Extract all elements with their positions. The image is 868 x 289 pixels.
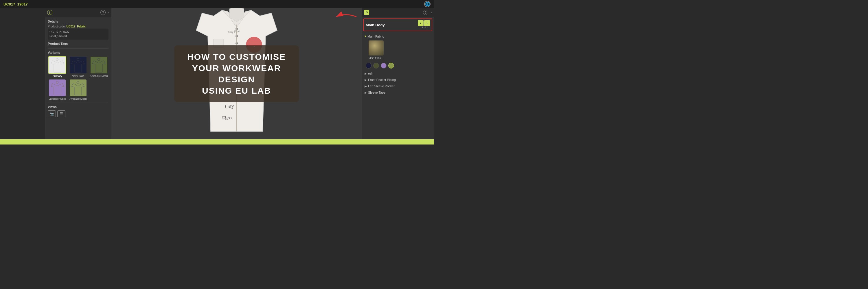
views-section: Views 📷 ☰ bbox=[48, 105, 108, 117]
center-garment-area: ★ Guy Fieri Guy Fieri HOW TO CUSTOMISE Y… bbox=[112, 8, 362, 139]
svg-point-1 bbox=[77, 59, 79, 61]
expandable-sleeve-tape[interactable]: ▶ Sleeve Tape bbox=[362, 89, 434, 96]
variant-name-block: UC017-BLACKFinal_Shared bbox=[48, 29, 108, 40]
views-label: Views bbox=[48, 105, 108, 109]
expand-arrow-left-sleeve: ▶ bbox=[365, 85, 367, 88]
globe-icon[interactable]: 🌐 bbox=[424, 1, 431, 7]
right-panel-header: ⧉ ? › bbox=[362, 8, 434, 17]
swatch-avocado-selected[interactable] bbox=[388, 63, 394, 69]
left-panel-header: ℹ ? ‹ bbox=[45, 8, 112, 17]
expandable-front-pocket[interactable]: ▶ Front Pocket Piping bbox=[362, 77, 434, 83]
variants-label: Variants bbox=[48, 51, 108, 54]
variant-label-lavender: Lavender Solid bbox=[49, 97, 66, 100]
fabric-name-label: Main Fabri... bbox=[369, 57, 383, 60]
main-fabric-label: Main Fabric bbox=[368, 35, 384, 38]
variant-label-primary: Primary bbox=[53, 75, 62, 77]
list-view-btn[interactable]: ☰ bbox=[57, 110, 65, 117]
collapse-arrow[interactable]: ‹ bbox=[108, 10, 109, 14]
overlay-line2: YOUR WORKWEAR DESIGN bbox=[183, 63, 290, 85]
variant-thumb-lavender[interactable] bbox=[48, 79, 66, 97]
right-expand-arrow[interactable]: › bbox=[431, 10, 432, 14]
front-pocket-label: Front Pocket Piping bbox=[368, 78, 396, 81]
top-bar: UC017_19017 🌐 bbox=[0, 0, 434, 8]
expandable-mesh[interactable]: ▶ esh bbox=[362, 70, 434, 77]
variant-thumb-artichoke[interactable] bbox=[90, 56, 108, 74]
swatch-olive[interactable] bbox=[373, 63, 379, 69]
main-body-title: Main Body bbox=[366, 23, 385, 27]
left-panel: ℹ ? ‹ Details Product code: UC017_Fabric… bbox=[45, 8, 112, 139]
svg-point-4 bbox=[77, 81, 79, 83]
variant-thumb-primary[interactable] bbox=[48, 56, 66, 74]
right-question-icon[interactable]: ? bbox=[423, 10, 428, 15]
layers-icon: ⧉ bbox=[364, 10, 369, 15]
variant-lavender[interactable]: Lavender Solid bbox=[48, 79, 67, 100]
main-body-counter: 1 of 4 bbox=[422, 26, 428, 29]
overlay-banner: HOW TO CUSTOMISE YOUR WORKWEAR DESIGN US… bbox=[174, 45, 299, 102]
svg-point-0 bbox=[56, 59, 58, 61]
swatch-navy[interactable] bbox=[366, 63, 372, 69]
variants-grid: Primary Navy Solid bbox=[48, 56, 108, 100]
bottom-bar bbox=[0, 139, 434, 145]
overlay-line3: USING EU LAB bbox=[183, 85, 290, 96]
views-icons: 📷 ☰ bbox=[48, 110, 108, 117]
variant-navy[interactable]: Navy Solid bbox=[69, 56, 88, 77]
main-body-section: Main Body ‹ › 1 of 4 bbox=[363, 19, 432, 31]
fabric-thumbnail[interactable] bbox=[369, 40, 384, 56]
variants-section: Variants Primary bbox=[48, 51, 108, 100]
variant-avocado[interactable]: Avocado Mesh bbox=[69, 79, 88, 100]
info-icon[interactable]: ℹ bbox=[47, 10, 52, 15]
variant-label-artichoke: Artichoke Mesh bbox=[90, 75, 108, 77]
question-icon[interactable]: ? bbox=[100, 10, 105, 15]
swatch-lavender[interactable] bbox=[381, 63, 386, 69]
overlay-text: HOW TO CUSTOMISE YOUR WORKWEAR DESIGN US… bbox=[183, 51, 290, 96]
variant-artichoke[interactable]: Artichoke Mesh bbox=[89, 56, 108, 77]
next-button[interactable]: › bbox=[424, 20, 430, 26]
svg-text:Guy: Guy bbox=[224, 103, 234, 110]
product-tags-label: Product Tags bbox=[48, 42, 108, 45]
camera-view-btn[interactable]: 📷 bbox=[48, 110, 56, 117]
fabric-thumb-area[interactable]: Main Fabri... bbox=[369, 40, 431, 60]
mesh-label: esh bbox=[368, 72, 373, 75]
fabric-arrow: ▾ bbox=[365, 34, 366, 38]
expand-arrow-mesh: ▶ bbox=[365, 72, 367, 75]
details-label: Details bbox=[48, 20, 108, 23]
product-id: UC017_19017 bbox=[3, 2, 28, 6]
expandable-left-sleeve[interactable]: ▶ Left Sleeve Pocket bbox=[362, 83, 434, 89]
left-sleeve-label: Left Sleeve Pocket bbox=[368, 84, 395, 88]
variant-label-navy: Navy Solid bbox=[72, 75, 84, 77]
product-code-value: UC017_Fabric bbox=[66, 25, 86, 28]
sleeve-tape-label: Sleeve Tape bbox=[368, 91, 385, 94]
main-fabric-section: ▾ Main Fabric Main Fabri... bbox=[362, 33, 434, 61]
prev-button[interactable]: ‹ bbox=[418, 20, 424, 26]
svg-point-3 bbox=[56, 81, 58, 83]
variant-thumb-navy[interactable] bbox=[69, 56, 87, 74]
variant-label-avocado: Avocado Mesh bbox=[69, 97, 87, 100]
svg-text:Fieri: Fieri bbox=[222, 114, 232, 121]
main-fabric-header[interactable]: ▾ Main Fabric bbox=[365, 34, 431, 38]
variant-thumb-avocado[interactable] bbox=[69, 79, 87, 97]
overlay-line1: HOW TO CUSTOMISE bbox=[183, 51, 290, 63]
expand-arrow-sleeve-tape: ▶ bbox=[365, 91, 367, 94]
expand-arrow-front-pocket: ▶ bbox=[365, 78, 367, 81]
color-swatches bbox=[362, 61, 434, 70]
svg-point-2 bbox=[97, 59, 100, 61]
product-code-label: Product code: UC017_Fabric bbox=[48, 25, 108, 28]
right-panel: ⧉ ? › Main Body ‹ › 1 of 4 ▾ Main Fabric… bbox=[362, 8, 434, 139]
variant-primary[interactable]: Primary bbox=[48, 56, 67, 77]
